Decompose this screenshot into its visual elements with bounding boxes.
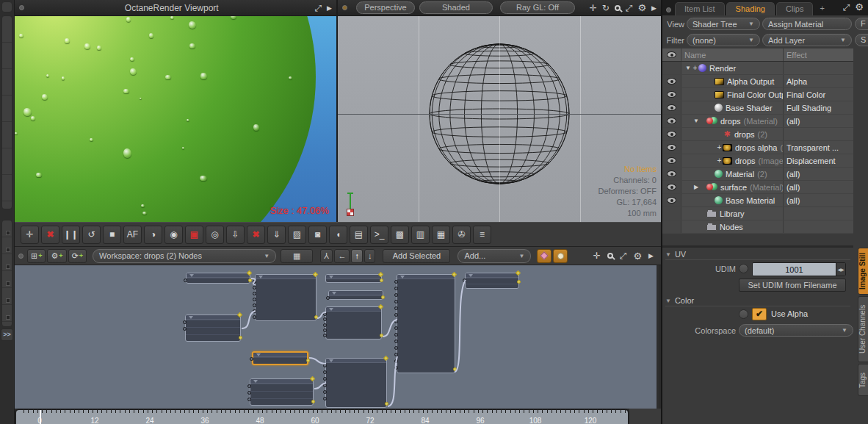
shader-tree-row[interactable]: ▶surface(Material)(all) — [662, 181, 853, 194]
visibility-cell[interactable] — [662, 181, 681, 193]
node-header[interactable] — [397, 275, 455, 279]
node-row[interactable] — [186, 327, 240, 334]
palette-cell[interactable] — [2, 220, 12, 237]
render-animation-button[interactable]: ✇ — [452, 226, 471, 244]
node-row[interactable] — [253, 357, 307, 366]
add-relationship-node-button[interactable]: ⟳+ — [68, 249, 87, 263]
effect-cell[interactable]: Alpha — [783, 75, 853, 87]
snapshot-camera-button[interactable]: ◙ — [308, 226, 327, 244]
node-port[interactable] — [453, 367, 457, 371]
shader-tree-row[interactable]: ▼+Render — [662, 62, 853, 75]
plus-icon[interactable]: + — [716, 157, 723, 165]
expander-icon[interactable]: ▼ — [692, 118, 700, 124]
add-layer-dropdown[interactable]: Add Layer▼ — [762, 34, 852, 46]
shader-tree-row[interactable]: Nodes — [662, 220, 853, 234]
render-settings-button[interactable]: ▨ — [288, 226, 306, 244]
schematic-node[interactable] — [325, 306, 382, 339]
tree-name-cell[interactable]: Base Material — [681, 194, 783, 206]
node-port[interactable] — [323, 384, 327, 387]
tree-name-cell[interactable]: Final Color Output — [681, 88, 783, 101]
partial-button-s[interactable]: S — [855, 34, 868, 46]
palette-cell[interactable] — [2, 96, 12, 122]
shader-tree-row[interactable]: Final Color OutputFinal Color — [662, 88, 853, 101]
node-port[interactable] — [394, 353, 398, 356]
node-port[interactable] — [394, 300, 398, 303]
gear-icon[interactable]: ⚙ — [637, 2, 646, 13]
palette-group[interactable] — [1, 15, 12, 209]
node-port[interactable] — [380, 334, 383, 337]
node-header[interactable] — [326, 359, 386, 363]
schematic-node[interactable] — [397, 274, 455, 373]
node-port[interactable] — [323, 323, 327, 327]
visibility-cell[interactable] — [662, 141, 681, 154]
hierarchy-button[interactable]: Y — [320, 249, 333, 263]
node-port[interactable] — [326, 296, 330, 300]
save-render-image-button[interactable]: ⇩ — [226, 226, 245, 244]
shader-tree-row[interactable]: ▼drops(Material)(all) — [662, 115, 853, 128]
node-port[interactable] — [394, 326, 398, 330]
shader-tree-row[interactable]: ✱drops(2) — [662, 128, 853, 141]
schematic-node[interactable] — [325, 274, 382, 283]
effect-cell[interactable] — [783, 62, 853, 74]
node-header[interactable] — [253, 353, 307, 357]
node-port[interactable] — [247, 398, 251, 401]
material-preview-button[interactable]: ◖ — [329, 226, 347, 244]
node-port[interactable] — [394, 287, 398, 290]
palette-cell[interactable] — [2, 305, 12, 322]
node-port[interactable] — [323, 312, 327, 316]
palette-cell[interactable] — [2, 254, 12, 271]
node-row[interactable] — [329, 295, 383, 300]
palette-cell[interactable] — [2, 288, 12, 305]
tree-name-cell[interactable]: Material(2) — [681, 168, 783, 180]
expand-palette-button[interactable]: >> — [1, 328, 13, 341]
expander-icon[interactable]: ▶ — [692, 184, 700, 190]
shader-tree-row[interactable]: +drops alpha(Im ...Transparent ... — [662, 141, 853, 154]
zoom-icon[interactable] — [607, 253, 613, 259]
tree-name-cell[interactable]: Nodes — [681, 220, 783, 233]
palette-cell[interactable] — [2, 237, 12, 254]
shader-tree-row[interactable]: Alpha OutputAlpha — [662, 75, 853, 88]
layout-grid-button[interactable]: ▦ — [281, 249, 313, 263]
node-port[interactable] — [247, 391, 251, 395]
palette-cell[interactable] — [2, 43, 12, 69]
node-port[interactable] — [394, 313, 398, 317]
lut-preview-button[interactable]: ▩ — [391, 226, 409, 244]
palette-cell[interactable] — [2, 175, 12, 201]
panel-thumb-icon[interactable] — [19, 5, 24, 10]
shader-tree-row[interactable]: Library — [662, 207, 853, 220]
perspective-3d-canvas[interactable]: No ItemsChannels: 0Deformers: OFFGL: 17,… — [338, 16, 661, 222]
schematic-node-selected[interactable] — [252, 351, 308, 365]
udim-input[interactable]: 1001 ◀▶ — [752, 262, 846, 276]
node-port[interactable] — [394, 280, 398, 284]
node-port[interactable] — [323, 364, 327, 367]
effect-cell[interactable]: Full Shading — [783, 101, 853, 114]
tree-name-cell[interactable]: ▶surface(Material) — [681, 181, 783, 193]
arrow-right-icon[interactable]: ▶ — [648, 252, 654, 259]
effect-cell[interactable]: (all) — [783, 168, 853, 180]
set-udim-button[interactable]: Set UDIM from Filename — [739, 279, 846, 292]
backdrop-color-button[interactable] — [537, 249, 551, 263]
node-port[interactable] — [306, 359, 310, 362]
image-viewer-button[interactable]: ▥ — [411, 226, 430, 244]
palette-group[interactable] — [1, 1, 12, 12]
node-port[interactable] — [323, 334, 327, 337]
add-node-button[interactable]: ⊞+ — [27, 249, 46, 263]
effect-cell[interactable] — [783, 207, 853, 220]
gear-icon[interactable]: ⚙ — [855, 1, 864, 12]
node-row[interactable] — [466, 278, 518, 284]
udim-channel-button[interactable] — [739, 264, 748, 273]
autofocus-picker-button[interactable]: AF — [123, 226, 142, 244]
workspace-dropdown[interactable]: Workspace: drops (2) Nodes▼ — [93, 249, 276, 263]
name-column-header[interactable]: Name — [681, 48, 783, 61]
use-alpha-channel-button[interactable] — [739, 309, 748, 319]
schematic-node[interactable] — [185, 315, 241, 342]
effect-cell[interactable]: (all) — [783, 115, 853, 127]
texture-mosaic-button[interactable]: ▦ — [432, 226, 450, 244]
node-port[interactable] — [253, 292, 256, 295]
visibility-cell[interactable] — [662, 220, 681, 233]
palette-cell[interactable] — [2, 148, 12, 175]
palette-group[interactable] — [1, 220, 12, 327]
render-image[interactable]: Size : 47.06% — [15, 16, 336, 222]
node-row[interactable] — [250, 391, 313, 398]
node-port[interactable] — [248, 279, 252, 282]
